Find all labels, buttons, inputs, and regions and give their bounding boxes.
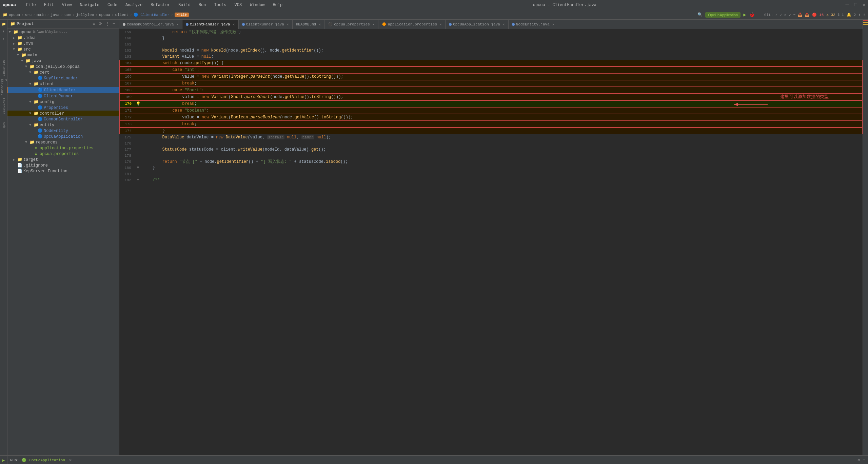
tree-main[interactable]: ▼ 📁 main bbox=[7, 52, 119, 58]
tab-opcuaprops[interactable]: ⚫ opcua.properties ✕ bbox=[324, 20, 378, 29]
menu-window[interactable]: Window bbox=[249, 2, 266, 8]
menu-help[interactable]: Help bbox=[271, 2, 284, 8]
breadcrumb-main[interactable]: main bbox=[37, 13, 45, 17]
menu-view[interactable]: View bbox=[61, 2, 73, 8]
menu-build[interactable]: Build bbox=[177, 2, 192, 8]
bulb-icon-170[interactable]: 💡 bbox=[136, 101, 141, 107]
breadcrumb-clienthandler[interactable]: 🔵 ClientHandler bbox=[134, 13, 170, 17]
expand-icon[interactable]: ⬆ ⬇ bbox=[859, 13, 865, 17]
run-close-icon[interactable]: ✕ bbox=[69, 458, 72, 463]
tree-kepserver[interactable]: 📄 KepServer Function bbox=[7, 168, 119, 174]
tab-clientrunner[interactable]: ClientRunner.java ✕ bbox=[239, 20, 293, 29]
tab-label-opcuaapp: OpcUaApplication.java bbox=[453, 22, 500, 26]
menu-refactor[interactable]: Refactor bbox=[149, 2, 172, 8]
menu-vcs[interactable]: VCS bbox=[233, 2, 243, 8]
debug-button[interactable]: 🐞 bbox=[749, 12, 755, 18]
tree-arrow-entity: ▼ bbox=[29, 123, 33, 127]
web-sidebar-icon[interactable]: Web bbox=[1, 122, 7, 128]
tab-close-clienthandler[interactable]: ✕ bbox=[233, 22, 235, 26]
tree-target[interactable]: ▶ 📁 target bbox=[7, 157, 119, 162]
code-editor[interactable]: 这里可以添加数据的类型 159 return "找不到客户端，操作失败 bbox=[119, 29, 863, 455]
tab-readme[interactable]: README.md ✕ bbox=[293, 20, 324, 29]
tree-cert[interactable]: ▼ 📁 cert bbox=[7, 70, 119, 75]
breadcrumb-opcua[interactable]: opcua bbox=[9, 13, 20, 17]
panel-sync-icon[interactable]: ⟳ bbox=[98, 21, 103, 27]
menu-file[interactable]: File bbox=[25, 2, 37, 8]
tree-opcuaprop[interactable]: ⚙ opcua.properties bbox=[7, 151, 119, 157]
tree-commoncontroller[interactable]: 🔵 CommonController bbox=[7, 116, 119, 122]
menu-code[interactable]: Code bbox=[106, 2, 119, 8]
tree-java[interactable]: ▼ 📁 java bbox=[7, 58, 119, 64]
menu-tools[interactable]: Tools bbox=[213, 2, 228, 8]
tree-client[interactable]: ▼ 📁 client bbox=[7, 81, 119, 87]
breadcrumb-client[interactable]: client bbox=[115, 13, 129, 17]
maximize-button[interactable]: □ bbox=[854, 2, 857, 8]
structure-sidebar-icon[interactable]: Structure bbox=[1, 65, 7, 71]
breadcrumb-opcua2[interactable]: opcua bbox=[99, 13, 110, 17]
tab-opcuaapp[interactable]: OpcUaApplication.java ✕ bbox=[446, 20, 509, 29]
panel-settings-icon[interactable]: ⚙ bbox=[92, 21, 96, 27]
tab-close-nodeentity[interactable]: ✕ bbox=[552, 22, 554, 26]
search-everywhere-icon[interactable]: 🔍 bbox=[697, 12, 703, 17]
menu-run[interactable]: Run bbox=[197, 2, 208, 8]
tree-config[interactable]: ▼ 📁 config bbox=[7, 99, 119, 105]
breadcrumb-java[interactable]: java bbox=[51, 13, 59, 17]
breadcrumb-com[interactable]: com bbox=[64, 13, 71, 17]
tree-label-clientrunner: ClientRunner bbox=[44, 94, 73, 99]
fold-icon-180[interactable]: ▽ bbox=[137, 165, 139, 171]
menu-analyze[interactable]: Analyze bbox=[124, 2, 144, 8]
tree-arrow-client: ▼ bbox=[29, 82, 33, 86]
tab-close-commoncontroller[interactable]: ✕ bbox=[177, 22, 179, 26]
tree-src[interactable]: ▼ 📁 src bbox=[7, 46, 119, 52]
tree-appprop[interactable]: ⚙ application.properties bbox=[7, 145, 119, 151]
tab-commoncontroller[interactable]: CommonController.java ✕ bbox=[119, 20, 182, 29]
run-app-name[interactable]: OpcUaApplication bbox=[29, 458, 65, 462]
tree-mvn[interactable]: ▶ 📁 .mvn bbox=[7, 41, 119, 46]
folder-icon-idea: 📁 bbox=[17, 35, 22, 40]
tab-nodeentity[interactable]: NodeEntity.java ✕ bbox=[509, 20, 558, 29]
commit-sidebar-icon[interactable]: ⬆ bbox=[1, 28, 7, 35]
favorites-sidebar-icon[interactable]: Favorites bbox=[1, 103, 7, 109]
tree-opcuaapplication[interactable]: 🔵 OpcUaApplication bbox=[7, 134, 119, 139]
tree-resources[interactable]: ▼ 📁 resources bbox=[7, 139, 119, 145]
tree-idea[interactable]: ▶ 📁 .idea bbox=[7, 35, 119, 41]
tree-clienthandler[interactable]: 🔵 ClientHandler bbox=[7, 87, 119, 93]
panel-gear-icon[interactable]: ⋮ bbox=[104, 21, 111, 27]
tree-label-mvn: .mvn bbox=[23, 41, 33, 46]
run-button[interactable]: ▶ bbox=[743, 12, 746, 18]
panel-collapse-icon[interactable]: — bbox=[112, 21, 116, 27]
tab-clienthandler[interactable]: ClientHandler.java ✕ bbox=[182, 20, 239, 29]
tab-close-clientrunner[interactable]: ✕ bbox=[287, 22, 289, 26]
tree-nodeentity[interactable]: 🔵 NodeEntity bbox=[7, 128, 119, 134]
tree-root-opcua[interactable]: ▼ 📁 opcua D:\Work\kyland... bbox=[7, 29, 119, 35]
tab-close-readme[interactable]: ✕ bbox=[319, 22, 321, 26]
run-settings-icon[interactable]: ⚙ bbox=[858, 458, 860, 463]
minimize-button[interactable]: ─ bbox=[846, 2, 849, 8]
tab-close-opcuaprops[interactable]: ✕ bbox=[373, 22, 375, 26]
tree-keystoreloader[interactable]: 🔵 KeyStoreLoader bbox=[7, 75, 119, 81]
run-minimize-icon[interactable]: — bbox=[863, 458, 865, 463]
menu-edit[interactable]: Edit bbox=[43, 2, 55, 8]
tree-properties[interactable]: 🔵 Properties bbox=[7, 105, 119, 111]
tree-arrow-target: ▶ bbox=[13, 158, 17, 162]
folder-icon-main: 📁 bbox=[21, 53, 26, 58]
fold-icon-182[interactable]: ▽ bbox=[137, 177, 139, 183]
pullrequest-sidebar-icon[interactable]: ↕ bbox=[1, 36, 7, 42]
breadcrumb-src[interactable]: src bbox=[25, 13, 32, 17]
close-button[interactable]: ✕ bbox=[863, 2, 865, 8]
folder-icon-target: 📁 bbox=[17, 157, 22, 162]
tab-close-opcuaapp[interactable]: ✕ bbox=[503, 22, 505, 26]
tree-entity[interactable]: ▼ 📁 entity bbox=[7, 122, 119, 128]
tree-com-jellyleo[interactable]: ▼ 📁 com.jellyleo.opcua bbox=[7, 64, 119, 70]
menu-navigate[interactable]: Navigate bbox=[78, 2, 101, 8]
tree-controller[interactable]: ▼ 📁 controller bbox=[7, 111, 119, 116]
tree-gitignore[interactable]: 📄 .gitignore bbox=[7, 162, 119, 168]
zstructure-sidebar-icon[interactable]: Z Structure bbox=[1, 84, 7, 90]
project-sidebar-icon[interactable]: 📁 bbox=[1, 21, 7, 27]
tab-close-appprops[interactable]: ✕ bbox=[440, 22, 442, 26]
run-config-button[interactable]: OpcUaApplication bbox=[705, 12, 741, 18]
breadcrumb-jellyleo[interactable]: jellyleo bbox=[76, 13, 94, 17]
tree-clientrunner[interactable]: 🔵 ClientRunner bbox=[7, 93, 119, 99]
run-play-icon[interactable]: ▶ bbox=[1, 457, 7, 463]
tab-appprops[interactable]: 🔶 application.properties ✕ bbox=[378, 20, 446, 29]
